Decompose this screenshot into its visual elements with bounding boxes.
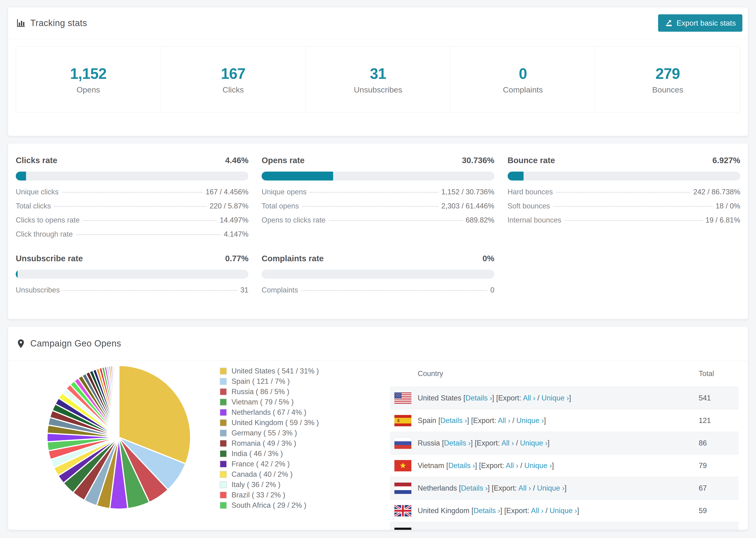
rate-row-value: 19 / 6.81% (706, 216, 740, 225)
rate-title: Bounce rate (508, 156, 555, 165)
es-flag-icon (395, 415, 411, 426)
rate-row: Total clicks220 / 5.87% (16, 202, 248, 211)
rate-row-label: Complaints (261, 286, 298, 295)
legend-label: France ( 42 / 2% ) (232, 460, 290, 468)
export-unique-link[interactable]: Unique › (516, 416, 544, 425)
bracket: [ (471, 507, 473, 515)
rate-row-value: 4.147% (224, 230, 248, 239)
bracket: ] (544, 416, 546, 425)
export-all-link[interactable]: All › (506, 461, 518, 470)
rate-progress-fill (16, 270, 18, 279)
slash: / (514, 439, 520, 447)
country-cell: United Kingdom [Details ›] [Export: All … (418, 507, 699, 515)
rate-row: Complaints0 (261, 286, 494, 295)
rate-row-label: Total clicks (16, 202, 51, 211)
geo-opens-pie-chart[interactable] (45, 364, 192, 511)
legend-swatch (220, 481, 227, 488)
slash: / (522, 529, 528, 530)
details-link[interactable]: Details › (452, 529, 478, 530)
pie-legend: United States ( 541 / 31% )Spain ( 121 /… (220, 366, 319, 511)
legend-label: Romania ( 49 / 3% ) (232, 439, 296, 448)
geo-body: United States ( 541 / 31% )Spain ( 121 /… (8, 361, 748, 530)
rate-row-value: 242 / 86.738% (693, 188, 740, 196)
table-row: United States [Details ›] [Export: All ›… (390, 387, 739, 409)
export-all-link[interactable]: All › (518, 484, 531, 492)
export-unique-link[interactable]: Unique › (528, 529, 555, 530)
rate-progress-fill (16, 172, 26, 181)
legend-swatch (220, 460, 227, 467)
rate-title: Opens rate (261, 156, 304, 165)
export-all-link[interactable]: All › (498, 416, 510, 425)
dotted-leader (565, 220, 702, 221)
export-unique-link[interactable]: Unique › (541, 394, 569, 402)
rate-row-label: Clicks to opens rate (16, 216, 80, 225)
legend-item: Canada ( 40 / 2% ) (220, 469, 319, 480)
details-link[interactable]: Details › (448, 461, 475, 470)
export-all-link[interactable]: All › (502, 439, 514, 447)
rate-block: Unsubscribe rate0.77%Unsubscribes31 (16, 254, 248, 295)
stats-strip: 1,152Opens167Clicks31Unsubscribes0Compla… (16, 46, 740, 113)
legend-label: United States ( 541 / 31% ) (232, 367, 319, 375)
rate-progress-fill (508, 172, 524, 181)
export-all-link[interactable]: All › (509, 529, 521, 530)
rate-row-label: Unique clicks (16, 188, 59, 196)
legend-item: South Africa ( 29 / 2% ) (220, 500, 319, 511)
country-cell: Vietnam [Details ›] [Export: All › / Uni… (418, 461, 699, 470)
details-link[interactable]: Details › (444, 439, 471, 447)
bracket: ] (552, 461, 554, 470)
nl-flag-icon (395, 483, 411, 494)
gb-flag-icon (395, 505, 411, 516)
rate-row-value: 0 (490, 286, 494, 295)
details-link[interactable]: Details › (473, 507, 500, 515)
dotted-leader (76, 234, 220, 235)
export-prefix: Export: (506, 507, 531, 515)
map-pin-icon (16, 339, 26, 349)
details-link[interactable]: Details › (441, 416, 467, 425)
export-prefix: Export: (498, 394, 523, 402)
details-link[interactable]: Details › (465, 394, 492, 402)
legend-swatch (220, 471, 227, 478)
total-cell: 541 (699, 394, 711, 402)
stat-value: 0 (519, 65, 527, 82)
tracking-stats-card: Tracking stats Export basic stats 1,152O… (8, 7, 748, 136)
legend-item: Spain ( 121 / 7% ) (220, 376, 319, 387)
export-button-label: Export basic stats (676, 19, 736, 27)
bar-chart-icon (16, 18, 26, 28)
bracket: ] (577, 507, 579, 515)
export-unique-link[interactable]: Unique › (537, 484, 565, 492)
export-all-link[interactable]: All › (523, 394, 535, 402)
table-row: Russia [Details ›] [Export: All › / Uniq… (390, 432, 739, 454)
rate-row: Opens to clicks rate689.82% (261, 216, 494, 225)
rate-row-value: 167 / 4.456% (206, 188, 249, 196)
export-unique-link[interactable]: Unique › (550, 507, 577, 515)
export-all-link[interactable]: All › (531, 507, 543, 515)
export-unique-link[interactable]: Unique › (524, 461, 552, 470)
rate-value: 6.927% (712, 156, 740, 165)
legend-label: Canada ( 40 / 2% ) (232, 470, 293, 479)
rate-rows: Hard bounces242 / 86.738%Soft bounces18 … (508, 188, 740, 225)
legend-label: Germany ( 55 / 3% ) (232, 429, 297, 437)
details-link[interactable]: Details › (461, 484, 488, 492)
table-row: United Kingdom [Details ›] [Export: All … (390, 499, 739, 522)
bracket: ] [ (488, 484, 494, 492)
legend-swatch (220, 368, 227, 375)
export-basic-stats-button[interactable]: Export basic stats (658, 14, 742, 32)
geo-header: Campaign Geo Opens (8, 327, 748, 361)
stat-label: Complaints (503, 85, 543, 94)
country-cell: United States [Details ›] [Export: All ›… (418, 394, 699, 402)
bracket: ] (565, 484, 567, 492)
slash: / (511, 416, 516, 425)
rate-row-label: Soft bounces (508, 202, 550, 211)
export-prefix: Export: (494, 484, 518, 492)
rate-block-header: Unsubscribe rate0.77% (16, 254, 248, 263)
bracket: ] [ (471, 439, 477, 447)
stat-card: 279Bounces (595, 47, 740, 112)
rate-row-value: 18 / 0% (716, 202, 740, 211)
stat-card: 167Clicks (161, 47, 306, 112)
legend-item: France ( 42 / 2% ) (220, 459, 319, 469)
country-cell: Russia [Details ›] [Export: All › / Uniq… (418, 439, 699, 447)
bracket: ] [ (467, 416, 473, 425)
export-unique-link[interactable]: Unique › (520, 439, 548, 447)
rate-rows: Complaints0 (261, 286, 494, 295)
legend-label: Vietnam ( 79 / 5% ) (232, 398, 294, 406)
